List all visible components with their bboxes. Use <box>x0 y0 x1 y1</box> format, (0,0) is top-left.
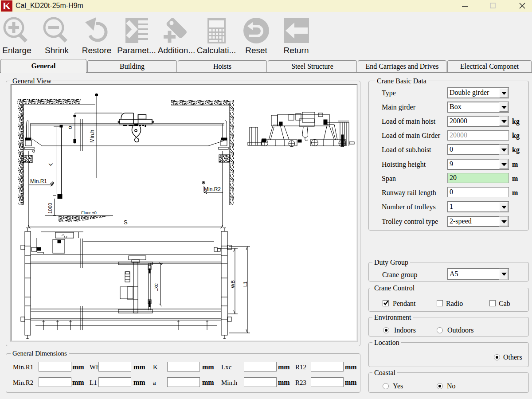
svg-text:Min.h: Min.h <box>89 130 95 143</box>
svg-text:Lxc: Lxc <box>153 283 159 292</box>
svg-text:K: K <box>48 163 54 167</box>
svg-text:1000: 1000 <box>47 203 53 214</box>
svg-text:WB: WB <box>230 280 235 288</box>
svg-text:Min.R2: Min.R2 <box>204 186 221 192</box>
svg-text:S: S <box>124 219 128 226</box>
svg-text:L1: L1 <box>243 282 248 287</box>
svg-text:Min.R1: Min.R1 <box>30 178 47 184</box>
svg-text:o: o <box>67 126 73 129</box>
svg-text:Floor ±0: Floor ±0 <box>81 210 97 215</box>
